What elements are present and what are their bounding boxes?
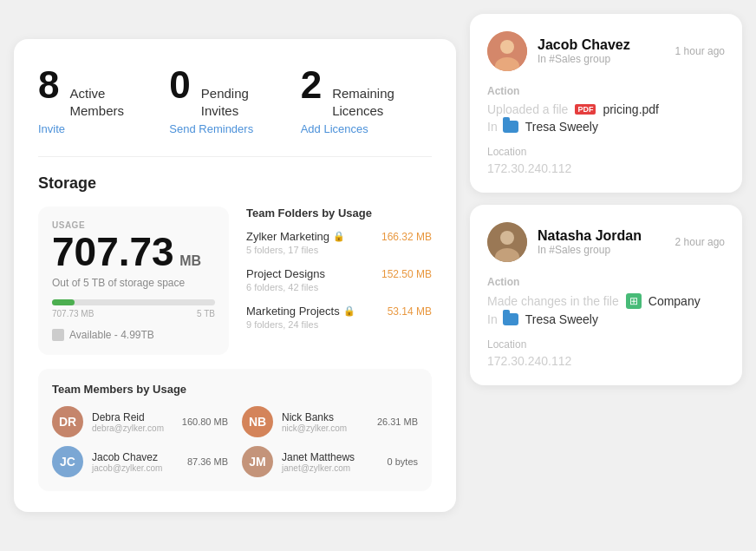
member-name-nick: Nick Banks: [282, 411, 368, 423]
team-members-section: Team Members by Usage DR Debra Reid debr…: [38, 369, 432, 491]
member-name-jacob: Jacob Chavez: [92, 451, 179, 463]
usage-value-row: 707.73 MB: [52, 232, 215, 272]
svg-point-1: [500, 40, 514, 54]
member-email-jacob: jacob@zylker.com: [92, 463, 179, 473]
team-members-title: Team Members by Usage: [52, 383, 418, 396]
avatar-debra: DR: [52, 406, 83, 437]
location-value-natasha: 172.30.240.112: [487, 354, 725, 368]
member-item-janet: JM Janet Matthews janet@zylker.com 0 byt…: [242, 446, 418, 477]
storage-title: Storage: [38, 174, 432, 193]
activity-group-natasha: In #Sales group: [538, 244, 665, 256]
folder-name-jacob: Tresa Sweely: [525, 120, 598, 134]
activity-card-jacob: Jacob Chavez In #Sales group 1 hour ago …: [470, 14, 742, 193]
storage-icon: [52, 329, 64, 341]
member-email-nick: nick@zylker.com: [282, 423, 368, 433]
activity-header-jacob: Jacob Chavez In #Sales group 1 hour ago: [487, 31, 725, 71]
action-label-natasha: Action: [487, 276, 725, 288]
folder-item-2: Project Designs 152.50 MB 6 folders, 42 …: [246, 267, 432, 292]
folder-name-1: Zylker Marketing 🔒: [246, 230, 345, 243]
storage-progress-bg: [52, 299, 215, 305]
member-email-janet: janet@zylker.com: [282, 463, 379, 473]
team-folders-panel: Team Folders by Usage Zylker Marketing 🔒…: [246, 207, 432, 355]
folder-item-3: Marketing Projects 🔒 53.14 MB 9 folders,…: [246, 305, 432, 330]
activity-user-name-natasha: Natasha Jordan: [538, 228, 665, 244]
left-panel: 8 Active Members Invite 0 Pending Invite…: [14, 39, 456, 512]
pdf-icon: PDF: [575, 104, 596, 115]
remaining-licences-number: 2: [301, 63, 322, 107]
folder-icon-natasha: [503, 313, 518, 325]
active-members-number: 8: [38, 63, 59, 107]
spreadsheet-icon: [626, 293, 642, 309]
avatar-jacob-activity: [487, 31, 527, 71]
storage-progress-fill: [52, 299, 75, 305]
pending-invites-number: 0: [169, 63, 190, 107]
folder-meta-2: 6 folders, 42 files: [246, 282, 432, 292]
progress-current: 707.73 MB: [52, 309, 94, 318]
folder-size-2: 152.50 MB: [381, 268, 432, 280]
member-item-nick: NB Nick Banks nick@zylker.com 26.31 MB: [242, 406, 418, 437]
activity-card-natasha: Natasha Jordan In #Sales group 2 hour ag…: [470, 205, 742, 385]
filename-jacob: pricing.pdf: [603, 102, 659, 116]
action-label-jacob: Action: [487, 85, 725, 97]
location-label-jacob: Location: [487, 146, 725, 158]
usage-unit: MB: [179, 253, 201, 268]
member-item-debra: DR Debra Reid debra@zylker.com 160.80 MB: [52, 406, 228, 437]
activity-time-natasha: 2 hour ago: [675, 236, 725, 248]
folder-size-1: 166.32 MB: [381, 231, 432, 243]
send-reminders-link[interactable]: Send Reminders: [169, 122, 300, 135]
avatar-janet: JM: [242, 446, 273, 477]
member-size-nick: 26.31 MB: [377, 417, 418, 427]
activity-user-name-jacob: Jacob Chavez: [538, 37, 665, 53]
folder-name-3: Marketing Projects 🔒: [246, 305, 355, 318]
team-folders-title: Team Folders by Usage: [246, 207, 432, 220]
right-panel: Jacob Chavez In #Sales group 1 hour ago …: [470, 14, 742, 385]
avatar-natasha-activity: [487, 222, 527, 262]
member-email-debra: debra@zylker.com: [92, 423, 173, 433]
member-name-debra: Debra Reid: [92, 411, 173, 423]
activity-header-natasha: Natasha Jordan In #Sales group 2 hour ag…: [487, 222, 725, 262]
progress-labels: 707.73 MB 5 TB: [52, 309, 215, 318]
folder-name-natasha: Tresa Sweely: [525, 312, 598, 326]
avatar-jacob: JC: [52, 446, 83, 477]
folder-icon-jacob: [503, 121, 518, 133]
invite-link[interactable]: Invite: [38, 122, 169, 135]
folder-name-2: Project Designs: [246, 267, 325, 280]
pending-invites-label: Pending Invites: [201, 85, 270, 119]
available-text: Available - 4.99TB: [69, 329, 154, 341]
stats-row: 8 Active Members Invite 0 Pending Invite…: [38, 63, 432, 157]
member-name-janet: Janet Matthews: [282, 451, 379, 463]
remaining-licences-label: Remaining Licences: [332, 85, 401, 119]
location-label-natasha: Location: [487, 338, 725, 351]
member-size-debra: 160.80 MB: [182, 417, 228, 427]
pending-invites-stat: 0 Pending Invites Send Reminders: [169, 63, 300, 135]
folder-item-1: Zylker Marketing 🔒 166.32 MB 5 folders, …: [246, 230, 432, 255]
activity-time-jacob: 1 hour ago: [675, 45, 725, 57]
filename-natasha: Company: [648, 294, 701, 308]
storage-usage-panel: USAGE 707.73 MB Out of 5 TB of storage s…: [38, 207, 229, 355]
usage-value: 707.73: [52, 229, 174, 274]
available-row: Available - 4.99TB: [52, 329, 215, 341]
location-value-jacob: 172.30.240.112: [487, 161, 725, 175]
storage-description: Out of 5 TB of storage space: [52, 277, 215, 289]
progress-max: 5 TB: [197, 309, 215, 318]
members-grid: DR Debra Reid debra@zylker.com 160.80 MB…: [52, 406, 418, 477]
folder-meta-3: 9 folders, 24 files: [246, 319, 432, 330]
active-members-label: Active Members: [69, 85, 139, 119]
active-members-stat: 8 Active Members Invite: [38, 63, 169, 135]
avatar-nick: NB: [242, 406, 273, 437]
member-item-jacob: JC Jacob Chavez jacob@zylker.com 87.36 M…: [52, 446, 228, 477]
storage-content: USAGE 707.73 MB Out of 5 TB of storage s…: [38, 207, 432, 355]
svg-point-4: [500, 231, 514, 245]
lock-icon-3: 🔒: [343, 305, 355, 317]
action-text-jacob: Uploaded a file PDF pricing.pdf: [487, 102, 725, 116]
action-text-natasha: Made changes in the file Company: [487, 293, 725, 309]
folder-meta-1: 5 folders, 17 files: [246, 245, 432, 255]
remaining-licences-stat: 2 Remaining Licences Add Licences: [301, 63, 432, 135]
add-licences-link[interactable]: Add Licences: [301, 122, 432, 135]
folder-size-3: 53.14 MB: [388, 305, 432, 318]
folder-row-jacob: In Tresa Sweely: [487, 120, 725, 134]
lock-icon-1: 🔒: [333, 231, 345, 242]
folder-row-natasha: In Tresa Sweely: [487, 312, 725, 326]
activity-group-jacob: In #Sales group: [538, 53, 665, 65]
member-size-jacob: 87.36 MB: [187, 456, 228, 467]
